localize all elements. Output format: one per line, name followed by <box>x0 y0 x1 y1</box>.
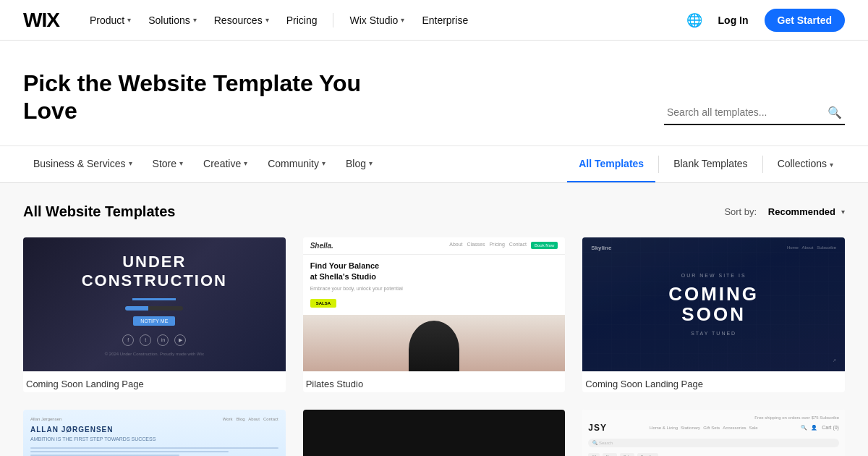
section-header: All Website Templates Sort by: Recommend… <box>23 203 845 220</box>
category-left: Business & Services ▾ Store ▾ Creative ▾… <box>23 146 567 182</box>
chevron-down-icon: ▾ <box>265 16 269 24</box>
chevron-down-icon: ▾ <box>179 159 183 167</box>
nav-product[interactable]: Product ▾ <box>82 10 138 30</box>
template-thumbnail: Free shipping on orders over $75 Subscri… <box>582 410 845 456</box>
nav-solutions[interactable]: Solutions ▾ <box>141 10 204 30</box>
cat-divider <box>658 156 659 173</box>
chevron-down-icon: ▾ <box>129 159 132 167</box>
cat-all-templates[interactable]: All Templates <box>567 146 655 182</box>
nav-right: 🌐 Log In Get Started <box>686 9 845 32</box>
thumb-coming-soon-dark: Skyline Home About Subscribe OUR NEW SIT… <box>582 237 845 371</box>
chevron-down-icon: ▾ <box>401 16 404 24</box>
cat-business-services[interactable]: Business & Services ▾ <box>23 146 142 182</box>
template-name: Pilates Studio <box>303 371 566 392</box>
template-thumbnail: Allan Jørgensen Work Blog About Contact … <box>23 410 286 456</box>
chevron-down-icon: ▾ <box>244 159 247 167</box>
cat-blank-templates[interactable]: Blank Templates <box>662 146 759 182</box>
section-title: All Website Templates <box>23 203 175 220</box>
search-icon[interactable]: 🔍 <box>827 106 842 119</box>
social-icon: t <box>140 334 151 346</box>
cat-divider <box>762 156 763 173</box>
chevron-down-icon: ▾ <box>841 208 845 216</box>
category-nav: Business & Services ▾ Store ▾ Creative ▾… <box>0 146 868 183</box>
template-thumbnail: Rustrough About Work Services Register N… <box>303 410 566 456</box>
globe-icon[interactable]: 🌐 <box>686 12 702 28</box>
cat-collections[interactable]: Collections ▾ <box>766 146 845 182</box>
nav-pricing[interactable]: Pricing <box>279 10 325 30</box>
navbar: WIX Product ▾ Solutions ▾ Resources ▾ Pr… <box>0 0 868 41</box>
chevron-down-icon: ▾ <box>830 161 833 169</box>
category-right: All Templates Blank Templates Collection… <box>567 146 845 182</box>
thumb-dark-future: Rustrough About Work Services Register N… <box>303 410 566 456</box>
template-card[interactable]: UNDERCONSTRUCTION NOTIFY ME f t in ▶ © 2… <box>23 237 286 392</box>
thumb-store: Free shipping on orders over $75 Subscri… <box>582 410 845 456</box>
template-card[interactable]: Free shipping on orders over $75 Subscri… <box>582 410 845 456</box>
chevron-down-icon: ▾ <box>322 159 326 167</box>
template-thumbnail: Skyline Home About Subscribe OUR NEW SIT… <box>582 237 845 371</box>
nav-resources[interactable]: Resources ▾ <box>207 10 276 30</box>
nav-wix-studio[interactable]: Wix Studio ▾ <box>342 10 412 30</box>
cat-community[interactable]: Community ▾ <box>258 146 336 182</box>
template-card[interactable]: Rustrough About Work Services Register N… <box>303 410 566 456</box>
chevron-down-icon: ▾ <box>127 16 131 24</box>
template-card[interactable]: Shella. AboutClassesPricingContact Book … <box>303 237 566 392</box>
template-thumbnail: UNDERCONSTRUCTION NOTIFY ME f t in ▶ © 2… <box>23 237 286 371</box>
template-name: Coming Soon Landing Page <box>582 371 845 392</box>
cat-blog[interactable]: Blog ▾ <box>336 146 383 182</box>
template-grid: UNDERCONSTRUCTION NOTIFY ME f t in ▶ © 2… <box>23 237 845 456</box>
cat-store[interactable]: Store ▾ <box>142 146 193 182</box>
thumb-pilates: Shella. AboutClassesPricingContact Book … <box>303 237 566 371</box>
social-icon: in <box>157 334 169 346</box>
hero-section: Pick the Website Template You Love 🔍 <box>0 41 868 146</box>
main-content: All Website Templates Sort by: Recommend… <box>0 183 868 456</box>
template-name: Coming Soon Landing Page <box>23 371 286 392</box>
chevron-down-icon: ▾ <box>369 159 373 167</box>
logo[interactable]: WIX <box>23 9 59 32</box>
search-input[interactable] <box>667 106 822 118</box>
nav-divider <box>333 13 333 28</box>
sort-control[interactable]: Sort by: Recommended ▾ <box>724 206 845 217</box>
cat-creative[interactable]: Creative ▾ <box>193 146 258 182</box>
search-box: 🔍 <box>664 101 845 125</box>
template-card[interactable]: Skyline Home About Subscribe OUR NEW SIT… <box>582 237 845 392</box>
get-started-button[interactable]: Get Started <box>765 9 845 32</box>
page-title: Pick the Website Template You Love <box>23 69 385 125</box>
social-icon: f <box>122 334 134 346</box>
social-icon: ▶ <box>174 334 186 346</box>
nav-links: Product ▾ Solutions ▾ Resources ▾ Pricin… <box>82 10 686 30</box>
thumb-under-construction: UNDERCONSTRUCTION NOTIFY ME f t in ▶ © 2… <box>23 237 286 371</box>
template-card[interactable]: Allan Jørgensen Work Blog About Contact … <box>23 410 286 456</box>
login-button[interactable]: Log In <box>711 10 756 30</box>
nav-enterprise[interactable]: Enterprise <box>414 10 475 30</box>
thumb-portfolio: Allan Jørgensen Work Blog About Contact … <box>23 410 286 456</box>
template-thumbnail: Shella. AboutClassesPricingContact Book … <box>303 237 566 371</box>
chevron-down-icon: ▾ <box>193 16 197 24</box>
thumb-image <box>303 315 566 371</box>
